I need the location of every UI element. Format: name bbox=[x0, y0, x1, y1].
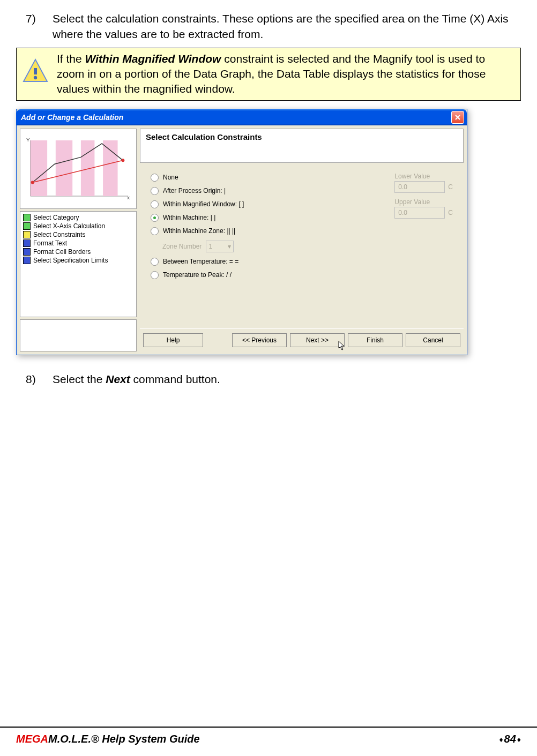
radio-icon bbox=[151, 258, 159, 266]
panel-title: Select Calculation Constraints bbox=[140, 129, 464, 163]
note-box: If the Within Magnified Window constrain… bbox=[16, 48, 521, 101]
radio-icon bbox=[151, 174, 159, 182]
chevron-down-icon: ▾ bbox=[228, 243, 231, 250]
svg-rect-1 bbox=[34, 68, 37, 74]
finish-button[interactable]: Finish bbox=[348, 333, 402, 347]
svg-point-10 bbox=[31, 181, 34, 184]
radio-icon bbox=[151, 200, 159, 208]
footer-title: MEGAM.O.L.E.® Help System Guide bbox=[16, 733, 200, 745]
x-axis-label: x bbox=[127, 194, 130, 200]
status-color bbox=[23, 214, 31, 221]
cursor-icon bbox=[338, 340, 346, 351]
right-panel: Select Calculation Constraints None Afte… bbox=[140, 129, 464, 351]
radio-between-temp[interactable]: Between Temperature: = = bbox=[151, 258, 456, 266]
next-button[interactable]: Next >> bbox=[290, 333, 345, 347]
status-color bbox=[23, 239, 31, 247]
y-axis-label: Y bbox=[26, 137, 30, 143]
step-7: 7) Select the calculation constraints. T… bbox=[16, 11, 521, 42]
lower-value-group: Lower Value 0.0 C bbox=[394, 173, 453, 193]
page-footer: MEGAM.O.L.E.® Help System Guide ♦ 84 ♦ bbox=[0, 727, 537, 756]
lower-value-input[interactable]: 0.0 bbox=[394, 181, 445, 193]
list-item: Select Category bbox=[22, 213, 135, 222]
step-8: 8) Select the Next command button. bbox=[16, 371, 521, 387]
svg-rect-7 bbox=[81, 140, 95, 196]
previous-button[interactable]: << Previous bbox=[232, 333, 287, 347]
diamond-icon: ♦ bbox=[499, 735, 503, 744]
step-number: 7) bbox=[16, 11, 53, 42]
radio-icon bbox=[151, 187, 159, 195]
status-color bbox=[23, 248, 31, 256]
svg-rect-5 bbox=[31, 140, 47, 196]
list-item: Format Text bbox=[22, 239, 135, 248]
step-text: Select the calculation constraints. Thes… bbox=[53, 11, 521, 42]
wizard-steps-list: Select Category Select X-Axis Calculatio… bbox=[20, 211, 137, 317]
list-item: Select X-Axis Calculation bbox=[22, 222, 135, 230]
status-color bbox=[23, 257, 31, 264]
titlebar: Add or Change a Calculation bbox=[17, 109, 467, 125]
help-button[interactable]: Help bbox=[143, 333, 203, 347]
status-color bbox=[23, 222, 31, 230]
upper-value-input[interactable]: 0.0 bbox=[394, 207, 445, 219]
left-panel: Y x bbox=[20, 129, 137, 351]
dialog-window: Add or Change a Calculation Y x bbox=[16, 109, 467, 355]
step-text: Select the Next command button. bbox=[53, 371, 521, 387]
radio-icon bbox=[151, 214, 159, 222]
constraints-area: None After Process Origin: | Within Magn… bbox=[140, 163, 464, 328]
step-number: 8) bbox=[16, 371, 53, 387]
status-color bbox=[23, 231, 31, 238]
svg-point-11 bbox=[121, 159, 124, 162]
zone-number-select[interactable]: 1 ▾ bbox=[206, 241, 234, 252]
button-bar: Help << Previous Next >> Finish Cancel bbox=[140, 328, 464, 351]
list-item: Select Specification Limits bbox=[22, 256, 135, 265]
note-text: If the Within Magnified Window constrain… bbox=[57, 51, 515, 97]
close-button[interactable] bbox=[451, 111, 464, 124]
list-item: Format Cell Borders bbox=[22, 248, 135, 256]
radio-within-zone[interactable]: Within Machine Zone: || || bbox=[151, 227, 456, 235]
dialog-title: Add or Change a Calculation bbox=[21, 113, 123, 122]
dialog-screenshot: Add or Change a Calculation Y x bbox=[16, 109, 521, 355]
warning-icon bbox=[22, 58, 49, 85]
svg-point-2 bbox=[34, 76, 37, 79]
spare-panel bbox=[20, 319, 137, 351]
cancel-button[interactable]: Cancel bbox=[406, 333, 460, 347]
zone-number-row: Zone Number 1 ▾ bbox=[162, 241, 456, 252]
graph-preview: Y x bbox=[20, 129, 137, 209]
svg-rect-8 bbox=[103, 140, 117, 196]
page-number: ♦ 84 ♦ bbox=[499, 733, 521, 745]
radio-icon bbox=[151, 227, 159, 235]
radio-temp-to-peak[interactable]: Temperature to Peak: / / bbox=[151, 271, 456, 279]
diamond-icon: ♦ bbox=[517, 735, 521, 744]
radio-icon bbox=[151, 271, 159, 279]
upper-value-group: Upper Value 0.0 C bbox=[394, 198, 453, 219]
svg-rect-6 bbox=[56, 140, 72, 196]
list-item: Select Constraints bbox=[22, 230, 135, 239]
